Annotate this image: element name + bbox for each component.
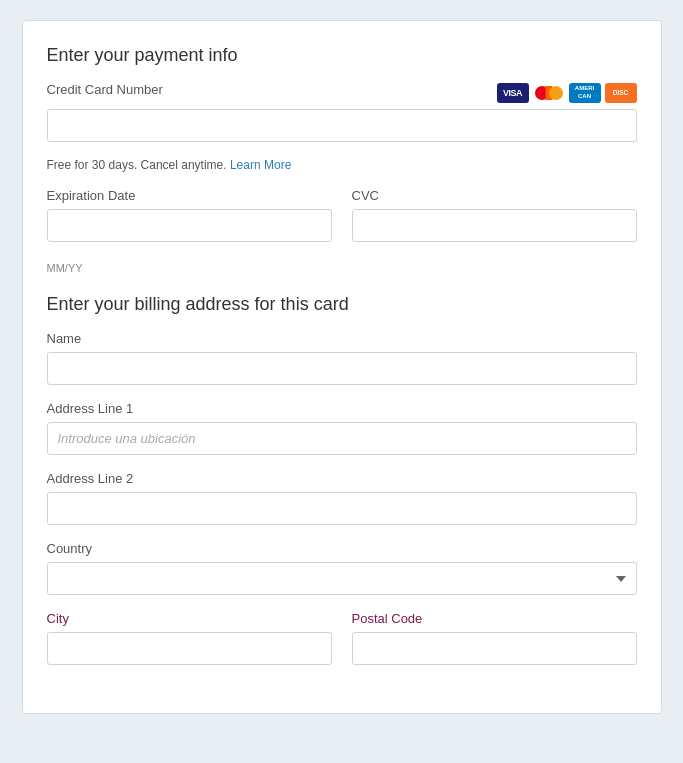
city-input[interactable] xyxy=(47,632,332,665)
name-group: Name xyxy=(47,331,637,385)
visa-icon: VISA xyxy=(497,83,529,103)
name-input[interactable] xyxy=(47,352,637,385)
learn-more-link[interactable]: Learn More xyxy=(230,158,291,172)
billing-section: Enter your billing address for this card… xyxy=(47,294,637,681)
address-line2-label: Address Line 2 xyxy=(47,471,637,486)
postal-code-label: Postal Code xyxy=(352,611,637,626)
address-line2-input[interactable] xyxy=(47,492,637,525)
billing-section-title: Enter your billing address for this card xyxy=(47,294,637,315)
credit-card-header-row: Credit Card Number VISA AMERICAN DISC xyxy=(47,82,637,103)
cvc-input[interactable] xyxy=(352,209,637,242)
city-postal-row: City Postal Code xyxy=(47,611,637,681)
expiration-date-group: Expiration Date xyxy=(47,188,332,242)
cvc-group: CVC xyxy=(352,188,637,258)
postal-code-input[interactable] xyxy=(352,632,637,665)
address-line1-label: Address Line 1 xyxy=(47,401,637,416)
mastercard-icon xyxy=(533,83,565,103)
address-line1-group: Address Line 1 xyxy=(47,401,637,455)
postal-code-group: Postal Code xyxy=(352,611,637,681)
expiration-date-label: Expiration Date xyxy=(47,188,332,203)
name-label: Name xyxy=(47,331,637,346)
cvc-label: CVC xyxy=(352,188,637,203)
mm-yy-hint: MM/YY xyxy=(47,262,637,274)
credit-card-number-label: Credit Card Number xyxy=(47,82,163,97)
country-group: Country xyxy=(47,541,637,595)
card-icons-container: VISA AMERICAN DISC xyxy=(497,83,637,103)
country-label: Country xyxy=(47,541,637,556)
expiration-date-input[interactable] xyxy=(47,209,332,242)
free-trial-text: Free for 30 days. Cancel anytime. Learn … xyxy=(47,158,637,172)
city-label: City xyxy=(47,611,332,626)
city-group: City xyxy=(47,611,332,665)
country-select[interactable] xyxy=(47,562,637,595)
expiry-cvc-row: Expiration Date CVC xyxy=(47,188,637,258)
address-line2-group: Address Line 2 xyxy=(47,471,637,525)
discover-icon: DISC xyxy=(605,83,637,103)
amex-icon: AMERICAN xyxy=(569,83,601,103)
credit-card-number-input[interactable] xyxy=(47,109,637,142)
credit-card-number-group: Credit Card Number VISA AMERICAN DISC xyxy=(47,82,637,142)
payment-form: Enter your payment info Credit Card Numb… xyxy=(22,20,662,714)
address-line1-input[interactable] xyxy=(47,422,637,455)
payment-section-title: Enter your payment info xyxy=(47,45,637,66)
